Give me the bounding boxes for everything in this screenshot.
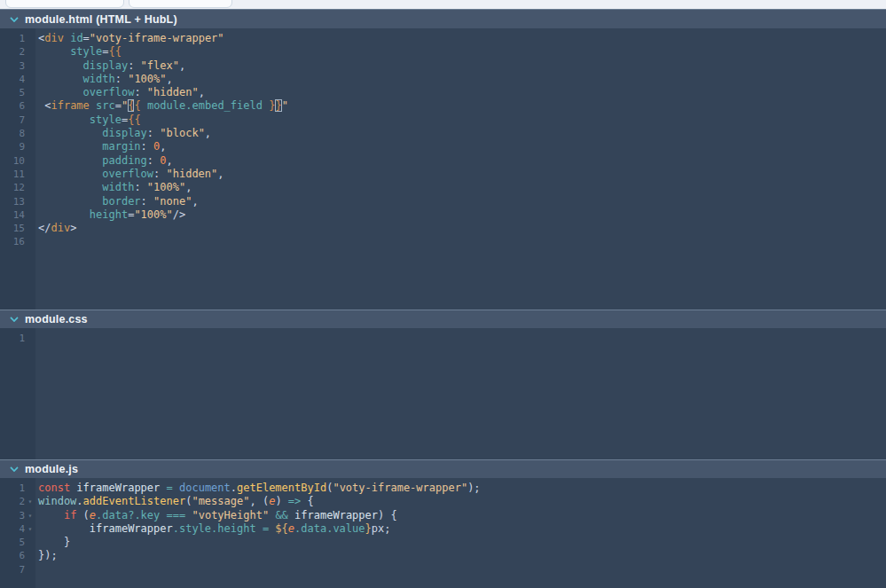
gutter: 5 (0, 536, 35, 549)
code-line[interactable]: 11 overflow: "hidden", (0, 168, 886, 181)
chevron-down-icon[interactable] (10, 317, 19, 322)
code-line[interactable]: 16 (0, 235, 886, 248)
section-header-module-html[interactable]: module.html (HTML + HubL) (0, 9, 886, 28)
section-title: module.html (HTML + HubL) (25, 13, 177, 26)
code-editor-module-html[interactable]: 1<div id="voty-iframe-wrapper"2 style={{… (0, 28, 886, 310)
code-line[interactable]: 1 (0, 332, 886, 345)
line-number: 7 (0, 563, 25, 576)
code-line[interactable]: 13 border: "none", (0, 195, 886, 208)
code-text (35, 235, 886, 248)
code-line[interactable]: 8 display: "block", (0, 127, 886, 140)
code-line[interactable]: 5 overflow: "hidden", (0, 86, 886, 99)
line-number: 10 (0, 154, 25, 168)
gutter: 7 (0, 563, 35, 576)
code-text: style={{ (35, 114, 886, 127)
gutter: 3 (0, 59, 35, 73)
code-editor-module-js[interactable]: 1const iframeWrapper = document.getEleme… (0, 478, 886, 588)
code-text (35, 563, 886, 576)
fold-spacer (25, 154, 35, 168)
code-line[interactable]: 6 <iframe src="{{ module.embed_field }}" (0, 99, 886, 113)
code-line[interactable]: 4 width: "100%", (0, 73, 886, 86)
fold-spacer (25, 181, 35, 194)
code-line[interactable]: 5 } (0, 536, 886, 549)
line-number: 1 (0, 482, 25, 495)
code-text: const iframeWrapper = document.getElemen… (35, 482, 886, 495)
code-text: iframeWrapper.style.height = ${e.data.va… (35, 522, 886, 536)
code-line[interactable]: 15</div> (0, 222, 886, 235)
line-number: 13 (0, 195, 25, 208)
code-text: if (e.data?.key === "votyHeight" && ifra… (35, 509, 886, 522)
gutter: 15 (0, 222, 35, 235)
fold-spacer (25, 536, 35, 549)
line-number: 14 (0, 208, 25, 222)
line-number: 5 (0, 536, 25, 549)
fold-spacer (25, 32, 35, 45)
code-line[interactable]: 14 height="100%"/> (0, 208, 886, 222)
line-number: 4 (0, 73, 25, 86)
code-line[interactable]: 2▾window.addEventListener("message", (e)… (0, 495, 886, 508)
fold-arrow-icon[interactable]: ▾ (25, 509, 35, 522)
code-editor-module-css[interactable]: 1 (0, 328, 886, 459)
chevron-down-icon[interactable] (10, 17, 19, 22)
toolbar-tab-stub-1[interactable] (5, 0, 124, 8)
gutter: 5 (0, 86, 35, 99)
line-number: 3 (0, 509, 25, 522)
line-number: 1 (0, 32, 25, 45)
code-text: display: "flex", (35, 59, 886, 73)
line-number: 5 (0, 86, 25, 99)
code-line[interactable]: 7 (0, 563, 886, 576)
fold-spacer (25, 140, 35, 153)
code-line[interactable]: 10 padding: 0, (0, 154, 886, 168)
gutter: 14 (0, 208, 35, 222)
code-text: overflow: "hidden", (35, 86, 886, 99)
code-line[interactable]: 6}); (0, 549, 886, 562)
gutter: 12 (0, 181, 35, 194)
gutter: 4 (0, 73, 35, 86)
code-text: </div> (35, 222, 886, 235)
code-line[interactable]: 2 style={{ (0, 45, 886, 59)
code-line[interactable]: 1<div id="voty-iframe-wrapper" (0, 32, 886, 45)
chevron-down-icon[interactable] (10, 466, 19, 472)
gutter: 9 (0, 140, 35, 153)
code-line[interactable]: 7 style={{ (0, 114, 886, 127)
code-line[interactable]: 3▾ if (e.data?.key === "votyHeight" && i… (0, 509, 886, 522)
code-line[interactable]: 4▾ iframeWrapper.style.height = ${e.data… (0, 522, 886, 536)
line-number: 4 (0, 522, 25, 536)
section-title: module.css (25, 313, 88, 325)
line-number: 7 (0, 114, 25, 127)
section-header-module-css[interactable]: module.css (0, 310, 886, 328)
code-line[interactable]: 1const iframeWrapper = document.getEleme… (0, 482, 886, 495)
section-title: module.js (25, 463, 78, 475)
fold-arrow-icon[interactable]: ▾ (25, 522, 35, 536)
line-number: 8 (0, 127, 25, 140)
section-header-module-js[interactable]: module.js (0, 459, 886, 478)
code-text: width: "100%", (35, 73, 886, 86)
gutter: 6 (0, 549, 35, 562)
gutter: 13 (0, 195, 35, 208)
toolbar-tab-stub-2[interactable] (129, 0, 232, 8)
fold-spacer (25, 235, 35, 248)
fold-arrow-icon[interactable]: ▾ (25, 495, 35, 508)
fold-spacer (25, 332, 35, 345)
fold-spacer (25, 208, 35, 222)
code-text: } (35, 536, 886, 549)
gutter: 1 (0, 32, 35, 45)
line-number: 12 (0, 181, 25, 194)
fold-spacer (25, 127, 35, 140)
code-text: border: "none", (35, 195, 886, 208)
fold-spacer (25, 168, 35, 181)
code-text: height="100%"/> (35, 208, 886, 222)
line-number: 2 (0, 495, 25, 508)
fold-spacer (25, 86, 35, 99)
code-text: window.addEventListener("message", (e) =… (35, 495, 886, 508)
code-line[interactable]: 3 display: "flex", (0, 59, 886, 73)
gutter: 4▾ (0, 522, 35, 536)
code-text: <div id="voty-iframe-wrapper" (35, 32, 886, 45)
gutter: 16 (0, 235, 35, 248)
fold-spacer (25, 59, 35, 73)
gutter: 6 (0, 99, 35, 113)
code-line[interactable]: 12 width: "100%", (0, 181, 886, 194)
code-line[interactable]: 9 margin: 0, (0, 140, 886, 153)
gutter: 1 (0, 332, 35, 345)
line-number: 6 (0, 99, 25, 113)
